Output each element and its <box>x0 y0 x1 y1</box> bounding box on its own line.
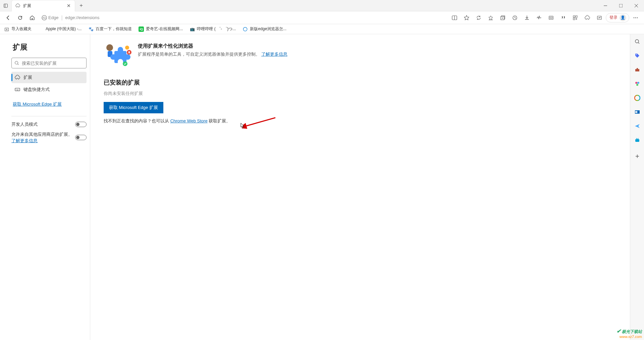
performance-icon[interactable] <box>594 12 605 23</box>
window-controls <box>598 0 644 11</box>
send-icon[interactable] <box>633 121 642 131</box>
allow-other-toggle[interactable] <box>75 135 87 140</box>
quote-icon[interactable] <box>557 12 569 23</box>
bookmark-item[interactable]: 新版edge浏览器怎... <box>241 25 288 33</box>
bookmark-item[interactable]: 📺 哔哩哔哩 ( ゜- ゜)つ... <box>188 25 237 33</box>
login-button[interactable]: 登录 👤 <box>606 13 629 22</box>
svg-point-41 <box>636 54 636 55</box>
split-screen-icon[interactable] <box>449 12 460 23</box>
home-button[interactable] <box>27 12 38 23</box>
get-extensions-link[interactable]: 获取 Microsoft Edge 扩展 <box>13 101 62 107</box>
nav-shortcuts[interactable]: 键盘快捷方式 <box>11 84 87 95</box>
tab-close-icon[interactable]: ✕ <box>66 3 71 8</box>
bilibili-icon: 📺 <box>190 26 195 32</box>
hero-title: 使用扩展来个性化浏览器 <box>138 43 287 49</box>
extension-icon <box>15 3 20 8</box>
keyboard-icon <box>15 87 20 92</box>
login-label: 登录 <box>609 15 618 20</box>
svg-line-26 <box>18 64 19 65</box>
wellness-icon[interactable] <box>533 12 545 23</box>
favorite-star-icon[interactable] <box>461 12 472 23</box>
svg-rect-17 <box>576 16 577 17</box>
games-icon[interactable] <box>633 79 642 89</box>
apple-icon <box>38 26 44 32</box>
tab-actions-icon[interactable] <box>0 3 11 8</box>
watermark: ✔ 极光下载站 www.xz7.com <box>616 328 642 339</box>
content-area: 扩展 扩展 键盘快捷方式 获取 Microsoft Edge 扩展 开发人员模式… <box>0 34 644 340</box>
titlebar: 扩展 ✕ ＋ <box>0 0 644 11</box>
search-icon <box>14 61 19 65</box>
back-button[interactable] <box>3 12 13 23</box>
svg-point-30 <box>18 89 18 89</box>
addressbar: Edge | edge://extensions 登录 👤 <box>0 11 644 24</box>
svg-point-44 <box>635 82 637 84</box>
svg-rect-36 <box>128 51 130 53</box>
search-input[interactable] <box>22 61 84 66</box>
svg-rect-27 <box>15 88 20 91</box>
bookmark-item[interactable]: iQ 爱奇艺-在线视频网... <box>137 25 184 33</box>
svg-point-46 <box>636 84 638 86</box>
apps-icon[interactable] <box>570 12 581 23</box>
nav-extensions[interactable]: 扩展 <box>11 72 87 83</box>
learn-more-link[interactable]: 了解更多信息 <box>11 138 38 143</box>
svg-point-32 <box>106 44 113 51</box>
dev-mode-toggle[interactable] <box>75 122 87 127</box>
nav-label: 键盘快捷方式 <box>23 87 50 93</box>
sidebar-title: 扩展 <box>13 42 87 52</box>
extensions-toolbar-icon[interactable] <box>582 12 593 23</box>
svg-rect-42 <box>635 69 639 71</box>
url-bar[interactable]: Edge | edge://extensions <box>39 13 447 23</box>
import-bookmarks[interactable]: 导入收藏夹 <box>3 25 33 33</box>
minimize-icon[interactable] <box>598 0 613 11</box>
tools-icon[interactable] <box>633 65 642 74</box>
main-content: 使用扩展来个性化浏览器 扩展程序是简单的工具，可自定义浏览器体验并提供更多控制。… <box>90 34 630 340</box>
helper-text: 找不到正在查找的内容？也可以从 Chrome Web Store 获取扩展。 <box>104 118 616 124</box>
bookmark-item[interactable]: Apple (中国大陆) -... <box>37 25 83 33</box>
downloads-icon[interactable] <box>521 12 533 23</box>
url-text: edge://extensions <box>65 15 100 20</box>
svg-rect-43 <box>637 68 638 69</box>
hero-learn-more-link[interactable]: 了解更多信息 <box>261 52 287 57</box>
bilibili-sidebar-icon[interactable] <box>633 135 642 145</box>
search-box[interactable] <box>11 58 87 68</box>
collections-icon[interactable] <box>497 12 508 23</box>
office-icon[interactable] <box>633 93 642 103</box>
empty-text: 你尚未安装任何扩展 <box>104 91 616 97</box>
extension-icon <box>15 75 20 80</box>
svg-line-53 <box>638 138 638 139</box>
bookmarks-bar: 导入收藏夹 Apple (中国大陆) -... 🐾 百度一下，你就知道 iQ 爱… <box>0 24 644 34</box>
hero: 使用扩展来个性化浏览器 扩展程序是简单的工具，可自定义浏览器体验并提供更多控制。… <box>104 43 616 67</box>
svg-point-24 <box>244 27 247 31</box>
new-tab-button[interactable]: ＋ <box>76 1 86 10</box>
section-title: 已安装的扩展 <box>104 78 616 87</box>
refresh-button[interactable] <box>15 12 25 23</box>
favorites-icon[interactable] <box>485 12 496 23</box>
allow-other-row: 允许来自其他应用商店的扩展。 了解更多信息 <box>11 131 87 144</box>
edge-logo-icon: Edge <box>42 15 58 20</box>
search-icon[interactable] <box>633 37 642 46</box>
outlook-icon[interactable]: O <box>633 107 642 117</box>
shopping-tag-icon[interactable] <box>633 51 642 60</box>
bookmark-item[interactable]: 🐾 百度一下，你就知道 <box>87 25 133 33</box>
history-icon[interactable] <box>509 12 521 23</box>
get-edge-extensions-button[interactable]: 获取 Microsoft Edge 扩展 <box>104 102 163 113</box>
chrome-store-link[interactable]: Chrome Web Store <box>170 118 208 123</box>
dev-mode-row: 开发人员模式 <box>11 121 87 128</box>
svg-point-25 <box>15 61 18 64</box>
sync-icon[interactable] <box>473 12 484 23</box>
svg-rect-14 <box>549 16 553 19</box>
close-icon[interactable] <box>629 0 644 11</box>
avatar-icon: 👤 <box>620 14 626 21</box>
url-separator: | <box>61 15 62 21</box>
maximize-icon[interactable] <box>613 0 629 11</box>
edge-label: Edge <box>48 15 58 20</box>
browser-tab[interactable]: 扩展 ✕ <box>11 0 75 11</box>
svg-text:O: O <box>636 111 637 113</box>
svg-rect-3 <box>619 4 623 7</box>
svg-point-34 <box>125 46 129 50</box>
svg-point-20 <box>634 17 635 18</box>
add-sidebar-icon[interactable] <box>633 152 642 161</box>
svg-point-29 <box>17 89 17 89</box>
more-icon[interactable] <box>630 12 641 23</box>
screenshot-icon[interactable] <box>545 12 557 23</box>
